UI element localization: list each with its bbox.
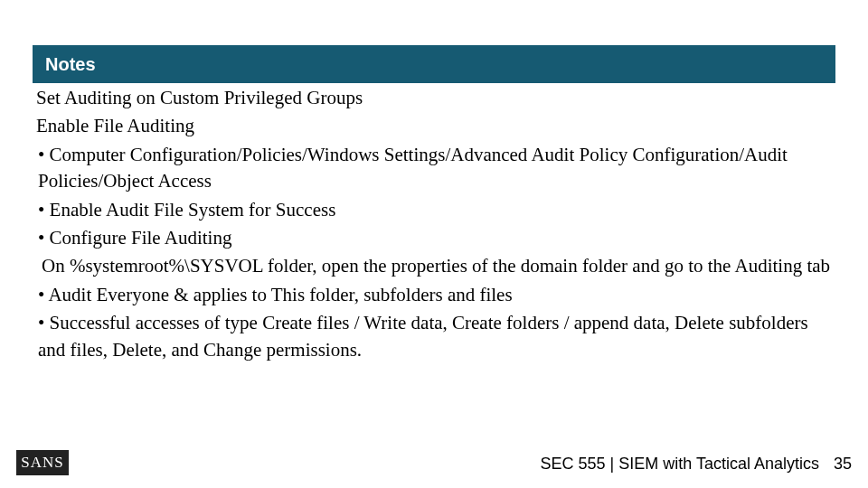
section-title-2: Enable File Auditing — [36, 113, 832, 139]
bullet-4: • Audit Everyone & applies to This folde… — [36, 282, 832, 308]
sub-1: On %systemroot%\SYSVOL folder, open the … — [36, 253, 832, 279]
slide: Notes Set Auditing on Custom Privileged … — [0, 0, 868, 488]
page-number: 35 — [834, 455, 852, 474]
logo-text: SANS — [21, 454, 63, 472]
course-label: SEC 555 | SIEM with Tactical Analytics — [541, 455, 819, 474]
footer: SANS SEC 555 | SIEM with Tactical Analyt… — [0, 445, 868, 475]
bullet-2: • Enable Audit File System for Success — [36, 197, 832, 223]
sans-logo: SANS — [16, 450, 69, 475]
bullet-5: • Successful accesses of type Create fil… — [36, 310, 832, 363]
bullet-3: • Configure File Auditing — [36, 225, 832, 251]
notes-header-bar: Notes — [33, 45, 835, 83]
notes-label: Notes — [45, 54, 96, 74]
body-text: Set Auditing on Custom Privileged Groups… — [36, 85, 832, 365]
section-title-1: Set Auditing on Custom Privileged Groups — [36, 85, 832, 111]
bullet-1: • Computer Configuration/Policies/Window… — [36, 142, 832, 195]
